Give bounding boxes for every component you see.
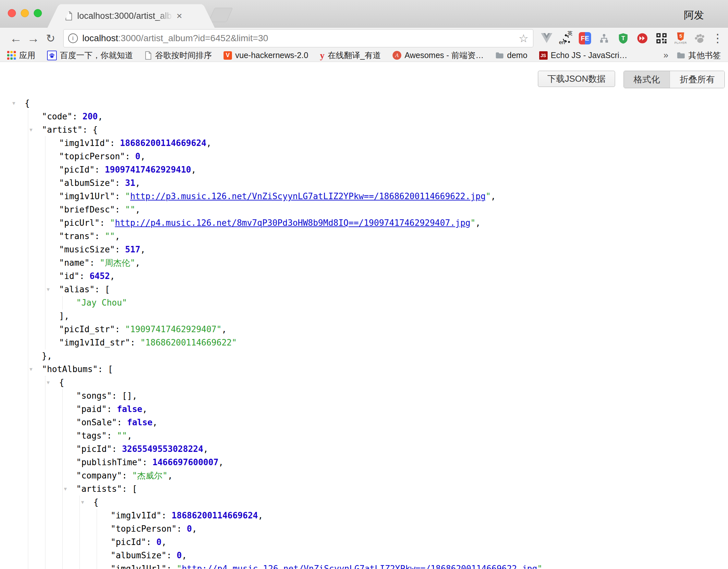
vue-devtools-extension-icon[interactable]	[540, 31, 553, 46]
json-open-bracket: {	[59, 378, 64, 387]
json-line: ▼"alias": [	[59, 283, 728, 296]
back-button[interactable]: ←	[7, 32, 25, 44]
json-key: "id"	[59, 271, 79, 281]
json-key: "picId_str"	[59, 324, 115, 334]
paw-extension-icon[interactable]	[693, 31, 707, 46]
json-comma: ,	[135, 205, 140, 214]
tampermonkey-extension-icon[interactable]: T	[616, 31, 630, 46]
tab-title: localhost:3000/artist_album?id	[77, 11, 175, 21]
bookmark-label: Awesomes - 前端资…	[405, 50, 484, 61]
json-url-link[interactable]: http://p4.music.126.net/8mv7qP30Pd3oHW8b…	[115, 218, 470, 228]
collapse-triangle-icon[interactable]: ▼	[47, 376, 50, 389]
bookmarks-overflow-icon[interactable]: »	[663, 50, 668, 60]
site-info-icon[interactable]: i	[68, 33, 78, 43]
json-open-bracket: [	[108, 364, 113, 374]
extensions-area: 英enFET5PLAYER	[540, 31, 707, 46]
json-key: "img1v1Url"	[59, 191, 115, 201]
json-line: "albumSize": 0,	[111, 549, 728, 562]
json-key: "picId"	[111, 537, 146, 547]
qrcode-extension-icon[interactable]	[655, 31, 668, 46]
json-quote: "	[537, 564, 542, 569]
json-url-link[interactable]: http://p3.music.126.net/VnZiScyynLG7atLI…	[130, 191, 486, 201]
translate-source-label: en	[559, 40, 565, 45]
collapse-triangle-icon[interactable]: ▼	[47, 283, 50, 296]
bookmarks-right: » 其他书签	[663, 50, 721, 61]
bookmark-baidu[interactable]: 百度一下，你就知道	[47, 50, 133, 61]
json-colon: :	[117, 418, 127, 427]
json-line: "songs": [],	[76, 389, 728, 403]
bookmark-awesomes[interactable]: AAwesomes - 前端资…	[393, 50, 484, 61]
download-json-button[interactable]: 下载JSON数据	[538, 71, 615, 87]
bookmark-vue-hackernews[interactable]: Vvue-hackernews-2.0	[224, 51, 308, 60]
reload-button[interactable]: ↻	[42, 33, 59, 44]
collapse-triangle-icon[interactable]: ▼	[30, 363, 32, 376]
format-tab[interactable]: 格式化	[624, 71, 670, 88]
bookmark-label: 应用	[19, 50, 35, 61]
vue-v-icon: V	[224, 51, 232, 60]
forward-button[interactable]: →	[25, 32, 42, 44]
browser-window: localhost:3000/artist_album?id × 阿发 ← → …	[0, 0, 728, 569]
json-colon: :	[162, 511, 172, 520]
json-line: "topicPerson": 0,	[59, 150, 728, 163]
video-speed-extension-icon[interactable]	[636, 31, 649, 46]
json-quote: "	[486, 191, 491, 201]
json-colon: :	[125, 151, 135, 161]
bookmark-echojs[interactable]: JSEcho JS - JavaScri…	[539, 51, 627, 60]
collapse-triangle-icon[interactable]: ▼	[12, 97, 15, 110]
bookmark-label: demo	[507, 51, 528, 60]
minimize-window-icon[interactable]	[21, 9, 29, 17]
json-colon: :	[115, 245, 125, 254]
json-quote: "	[110, 218, 115, 228]
json-number: 0	[187, 524, 192, 534]
json-key: "img1v1Id"	[111, 511, 162, 520]
url-text[interactable]: localhost:3000/artist_album?id=6452&limi…	[82, 33, 516, 43]
address-bar[interactable]: i localhost:3000/artist_album?id=6452&li…	[63, 29, 533, 47]
zoom-window-icon[interactable]	[34, 9, 42, 17]
bookmark-google-sorted[interactable]: 谷歌按时间排序	[145, 50, 212, 61]
json-line: "img1v1Url": "http://p3.music.126.net/Vn…	[59, 190, 728, 203]
bookmark-youdao-translate[interactable]: y在线翻译_有道	[320, 50, 381, 61]
collapse-triangle-icon[interactable]: ▼	[81, 496, 84, 509]
json-quote: "	[470, 218, 476, 228]
page-favicon-icon	[65, 11, 73, 20]
collapse-triangle-icon[interactable]: ▼	[64, 482, 67, 496]
fe-extension-icon[interactable]: FE	[578, 31, 592, 46]
json-line: ▼"artists": [	[76, 482, 728, 496]
json-number: 3265549553028224	[122, 444, 203, 454]
new-tab-button[interactable]	[208, 8, 233, 22]
json-string: "18686200114669622"	[140, 338, 237, 347]
view-mode-switch: 格式化 折叠所有	[624, 71, 725, 88]
svg-text:T: T	[621, 35, 625, 42]
json-comma: ,	[140, 151, 145, 161]
translate-extension-icon[interactable]: 英en	[559, 31, 573, 46]
html5-shield-icon: 5	[676, 32, 685, 41]
bookmark-label: Echo JS - JavaScri…	[551, 51, 627, 60]
json-string: "杰威尔"	[132, 471, 167, 480]
collapse-triangle-icon[interactable]: ▼	[30, 123, 32, 137]
close-window-icon[interactable]	[8, 9, 16, 17]
json-number: 200	[82, 112, 98, 121]
json-number: 18686200114669624	[120, 138, 206, 148]
bookmark-demo-folder[interactable]: demo	[495, 51, 528, 60]
json-key: "trans"	[59, 231, 95, 241]
bookmark-star-icon[interactable]: ☆	[519, 32, 528, 45]
profile-name[interactable]: 阿发	[684, 8, 704, 22]
json-colon: :	[72, 112, 82, 121]
close-tab-icon[interactable]: ×	[176, 11, 182, 21]
browser-menu-icon[interactable]: ⋮	[712, 31, 723, 45]
browser-tab[interactable]: localhost:3000/artist_album?id ×	[60, 4, 202, 28]
json-comma: ,	[218, 457, 224, 467]
sitemap-extension-icon[interactable]	[597, 31, 611, 46]
json-colon: :	[112, 444, 122, 454]
html5-player-extension-icon[interactable]: 5PLAYER	[674, 31, 687, 46]
json-line: "img1v1Id": 18686200114669624,	[111, 509, 728, 522]
json-line: "publishTime": 1466697600007,	[76, 456, 728, 469]
json-url-link[interactable]: http://p4.music.126.net/VnZiScyynLG7atLI…	[182, 564, 537, 569]
json-key: "hotAlbums"	[42, 364, 98, 374]
json-comma: ,	[203, 444, 208, 454]
bookmark-apps[interactable]: 应用	[7, 50, 35, 61]
other-bookmarks-folder[interactable]: 其他书签	[677, 50, 721, 61]
collapse-all-tab[interactable]: 折叠所有	[670, 71, 724, 88]
json-open-bracket: [	[105, 285, 110, 294]
json-line: "albumSize": 31,	[59, 176, 728, 190]
